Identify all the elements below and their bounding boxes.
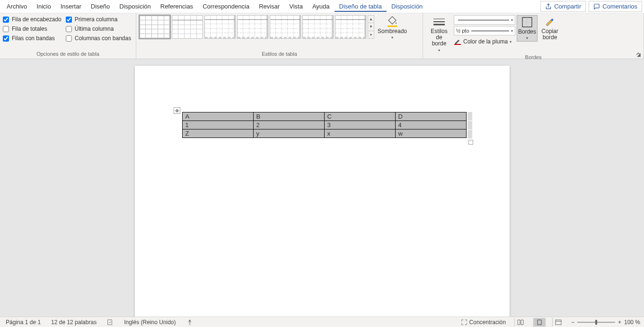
status-proofing[interactable]	[105, 319, 115, 326]
borders-button[interactable]: Bordes ▾	[517, 15, 538, 42]
table-style-7[interactable]	[335, 15, 366, 39]
document-table[interactable]: A B C D 1 2 3 4 Z y x w	[182, 112, 467, 138]
chk-header-row-label: Fila de encabezado	[12, 16, 62, 23]
pen-color-button[interactable]: Color de la pluma ▾	[454, 37, 515, 46]
table-row[interactable]: Z y x w	[182, 129, 466, 138]
zoom-slider-thumb[interactable]	[595, 320, 597, 325]
shading-icon	[386, 16, 399, 27]
table-move-handle[interactable]: ✥	[174, 107, 180, 114]
table-style-1[interactable]	[139, 15, 170, 39]
table-row[interactable]: A B C D	[182, 112, 466, 121]
svg-rect-11	[556, 320, 561, 325]
table-cell[interactable]: C	[324, 112, 395, 121]
focus-label: Concentración	[469, 319, 506, 326]
table-style-6[interactable]	[302, 15, 334, 39]
comments-button[interactable]: Comentarios	[589, 1, 642, 12]
copy-border-button[interactable]: Copiar borde	[539, 15, 561, 42]
tab-correspondencia[interactable]: Correspondencia	[198, 1, 254, 12]
chk-total-row[interactable]: Fila de totales	[3, 26, 62, 32]
table-cell[interactable]: y	[253, 129, 324, 138]
document-page[interactable]: ✥ A B C D 1 2 3 4 Z y x w	[135, 66, 510, 317]
row-end-marker	[468, 112, 472, 120]
tab-referencias[interactable]: Referencias	[156, 1, 198, 12]
gallery-scroll-up[interactable]: ▲	[368, 16, 374, 23]
table-style-5[interactable]	[270, 15, 301, 39]
share-button[interactable]: Compartir	[540, 1, 586, 12]
view-read-mode[interactable]	[514, 318, 527, 327]
tab-archivo[interactable]: Archivo	[2, 1, 32, 12]
table-cell[interactable]: A	[182, 112, 253, 121]
tab-insertar[interactable]: Insertar	[56, 1, 86, 12]
table-style-3[interactable]	[204, 15, 236, 39]
svg-rect-0	[388, 26, 397, 27]
table-cell[interactable]: 4	[395, 121, 466, 129]
status-accessibility[interactable]	[185, 319, 195, 326]
copy-border-label: Copiar borde	[541, 28, 558, 41]
view-web-layout[interactable]	[552, 318, 565, 327]
pen-style-combo[interactable]: ▾	[454, 15, 515, 25]
chk-first-col[interactable]: Primera columna	[66, 16, 131, 23]
status-word-count[interactable]: 12 de 12 palabras	[49, 319, 98, 326]
table-cell[interactable]: 1	[182, 121, 253, 129]
table-cell[interactable]: D	[395, 112, 466, 121]
table-cell[interactable]: B	[253, 112, 324, 121]
status-language[interactable]: Inglés (Reino Unido)	[122, 319, 177, 326]
chevron-down-icon: ▾	[391, 35, 393, 40]
table-cell[interactable]: 2	[253, 121, 324, 129]
zoom-value[interactable]: 100 %	[624, 319, 640, 326]
svg-rect-4	[454, 44, 461, 45]
table-cell[interactable]: x	[324, 129, 395, 138]
table-cell[interactable]: 3	[324, 121, 395, 129]
status-bar: Página 1 de 1 12 de 12 palabras Inglés (…	[0, 317, 644, 327]
style-gallery-scroll: ▲ ▼ ▾	[368, 15, 374, 39]
gallery-expand[interactable]: ▾	[368, 31, 374, 38]
zoom-slider[interactable]	[577, 322, 615, 323]
svg-rect-10	[538, 320, 541, 325]
table-cell[interactable]: w	[395, 129, 466, 138]
tab-ayuda[interactable]: Ayuda	[308, 1, 335, 12]
chk-banded-rows-label: Filas con bandas	[12, 35, 55, 42]
chk-last-col[interactable]: Última columna	[66, 26, 131, 32]
chk-banded-cols[interactable]: Columnas con bandas	[66, 35, 131, 42]
chevron-down-icon: ▾	[510, 40, 512, 44]
ribbon-collapse-button[interactable]	[635, 51, 641, 57]
chevron-down-icon: ▾	[511, 18, 513, 22]
pen-weight-combo[interactable]: ½ pto ▾	[454, 26, 515, 35]
chevron-down-icon: ▾	[511, 29, 513, 33]
chk-total-row-label: Fila de totales	[12, 26, 47, 32]
table-style-2[interactable]	[172, 15, 203, 39]
chk-last-col-label: Última columna	[75, 26, 114, 32]
border-styles-icon	[432, 16, 446, 27]
zoom-out-button[interactable]: −	[571, 319, 574, 326]
tab-vista[interactable]: Vista	[284, 1, 308, 12]
table-cell[interactable]: Z	[182, 129, 253, 138]
group-label-options: Opciones de estilo de tabla	[3, 50, 133, 58]
accessibility-icon	[186, 319, 193, 326]
tab-diseno[interactable]: Diseño	[86, 1, 115, 12]
comments-label: Comentarios	[602, 3, 637, 10]
status-page[interactable]: Página 1 de 1	[4, 319, 43, 326]
comment-icon	[593, 3, 600, 10]
pen-color-label: Color de la pluma	[463, 38, 508, 45]
tab-disposicion[interactable]: Disposición	[115, 1, 155, 12]
tab-inicio[interactable]: Inicio	[32, 1, 55, 12]
border-styles-button[interactable]: Estilos de borde ▾	[426, 15, 452, 53]
chk-banded-rows[interactable]: Filas con bandas	[3, 35, 62, 42]
row-end-marker	[468, 121, 472, 129]
share-icon	[545, 3, 552, 10]
table-style-4[interactable]	[237, 15, 268, 39]
zoom-in-button[interactable]: +	[618, 319, 621, 326]
shading-label: Sombreado	[378, 28, 407, 34]
focus-mode-button[interactable]: Concentración	[459, 319, 508, 326]
view-print-layout[interactable]	[533, 318, 546, 327]
chk-first-col-label: Primera columna	[75, 16, 118, 23]
table-row[interactable]: 1 2 3 4	[182, 121, 466, 129]
tab-diseno-tabla[interactable]: Diseño de tabla	[335, 1, 387, 12]
shading-button[interactable]: Sombreado ▾	[376, 15, 409, 41]
gallery-scroll-down[interactable]: ▼	[368, 23, 374, 31]
tab-revisar[interactable]: Revisar	[254, 1, 284, 12]
chk-header-row[interactable]: Fila de encabezado	[3, 16, 62, 23]
tab-disposicion-tabla[interactable]: Disposición	[387, 1, 427, 12]
proofing-icon	[107, 319, 114, 326]
table-resize-handle[interactable]	[468, 140, 473, 145]
